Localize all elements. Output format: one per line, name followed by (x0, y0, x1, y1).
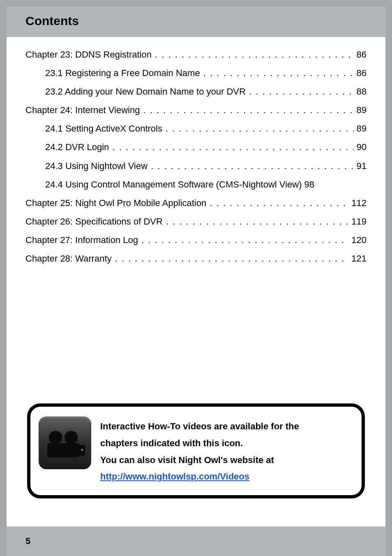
callout-link[interactable]: http://www.nightowlsp.com/Videos (100, 471, 249, 482)
toc-entry-title: 24.4 Using Control Management Software (… (45, 175, 302, 194)
toc-entry-title: Chapter 27: Information Log (25, 231, 138, 249)
toc-entry-title: 23.1 Registering a Free Domain Name (45, 64, 200, 82)
toc-entry[interactable]: Chapter 26: Specifications of DVR . . . … (25, 212, 367, 231)
toc-entry-title: 24.2 DVR Login (45, 138, 109, 156)
toc-entry-title: Chapter 24: Internet Viewing (25, 101, 140, 119)
toc-entry-page: 119 (351, 212, 367, 231)
toc-leader-dots: . . . . . . . . . . . . . . . . . . . . … (154, 45, 354, 64)
toc-entry-page: 121 (351, 249, 367, 268)
toc-entry-page: 89 (357, 101, 367, 119)
toc-entry-page: 86 (357, 45, 367, 64)
toc-entry[interactable]: 24.2 DVR Login . . . . . . . . . . . . .… (25, 138, 367, 156)
header-band: Contents (7, 7, 385, 37)
toc-leader-dots: . . . . . . . . . . . . . . . . . . . . … (111, 138, 354, 156)
table-of-contents: Chapter 23: DDNS Registration . . . . . … (7, 37, 385, 268)
toc-entry-page: 89 (357, 119, 367, 138)
toc-entry-title: 24.3 Using Nightowl View (45, 157, 148, 175)
toc-entry[interactable]: Chapter 23: DDNS Registration . . . . . … (25, 45, 367, 64)
toc-leader-dots: . . . . . . . . . . . . . . . . . . . . … (165, 212, 349, 231)
page: Contents Chapter 23: DDNS Registration .… (7, 7, 385, 556)
toc-entry-title: Chapter 23: DDNS Registration (25, 45, 152, 64)
toc-leader-dots: . . . . . . . . . . . . . . . . . . . . … (150, 157, 354, 175)
toc-entry-title: Chapter 28: Warranty (25, 249, 112, 268)
toc-entry[interactable]: 24.3 Using Nightowl View . . . . . . . .… (25, 157, 367, 175)
callout-link-line: http://www.nightowlsp.com/Videos (100, 468, 299, 485)
toc-entry-page: 120 (351, 231, 367, 249)
toc-entry-title: 24.1 Setting ActiveX Controls (45, 119, 162, 138)
toc-leader-dots: . . . . . . . . . . . . . . . . . . . . … (143, 101, 354, 119)
callout-line: chapters indicated with this icon. (100, 435, 299, 452)
toc-entry[interactable]: 24.4 Using Control Management Software (… (25, 175, 367, 194)
toc-entry-page: 98 (304, 175, 314, 194)
toc-entry-page: 86 (357, 64, 367, 82)
toc-entry-page: 91 (357, 157, 367, 175)
page-title: Contents (25, 14, 367, 28)
toc-entry[interactable]: Chapter 25: Night Owl Pro Mobile Applica… (25, 194, 367, 212)
toc-entry[interactable]: 23.2 Adding your New Domain Name to your… (25, 82, 367, 101)
toc-entry-title: Chapter 26: Specifications of DVR (25, 212, 163, 231)
callout-line: Interactive How-To videos are available … (100, 418, 299, 435)
footer-band: 5 (7, 526, 385, 556)
toc-entry-page: 112 (351, 194, 367, 212)
callout-box: Interactive How-To videos are available … (27, 403, 365, 498)
toc-entry-page: 90 (357, 138, 367, 156)
toc-entry[interactable]: 24.1 Setting ActiveX Controls . . . . . … (25, 119, 367, 138)
toc-entry[interactable]: Chapter 28: Warranty . . . . . . . . . .… (25, 249, 367, 268)
toc-leader-dots: . . . . . . . . . . . . . . . . . . . . … (114, 249, 349, 268)
toc-leader-dots: . . . . . . . . . . . . . . . . . . . . … (209, 194, 349, 212)
toc-entry[interactable]: 23.1 Registering a Free Domain Name . . … (25, 64, 367, 82)
toc-entry-title: 23.2 Adding your New Domain Name to your… (45, 82, 246, 101)
toc-leader-dots: . . . . . . . . . . . . . . . . . . . . … (203, 64, 354, 82)
footer-page-number: 5 (25, 536, 30, 547)
callout-line: You can also visit Night Owl's website a… (100, 452, 299, 469)
toc-leader-dots: . . . . . . . . . . . . . . . . . . . . … (165, 119, 354, 138)
toc-leader-dots: . . . . . . . . . . . . . . . . . . . . … (248, 82, 354, 101)
callout-text: Interactive How-To videos are available … (100, 417, 299, 485)
toc-entry[interactable]: Chapter 24: Internet Viewing . . . . . .… (25, 101, 367, 119)
video-camera-icon (39, 417, 91, 469)
toc-entry-title: Chapter 25: Night Owl Pro Mobile Applica… (25, 194, 206, 212)
toc-entry[interactable]: Chapter 27: Information Log . . . . . . … (25, 231, 367, 249)
toc-entry-page: 88 (357, 82, 367, 101)
toc-leader-dots: . . . . . . . . . . . . . . . . . . . . … (141, 231, 349, 249)
